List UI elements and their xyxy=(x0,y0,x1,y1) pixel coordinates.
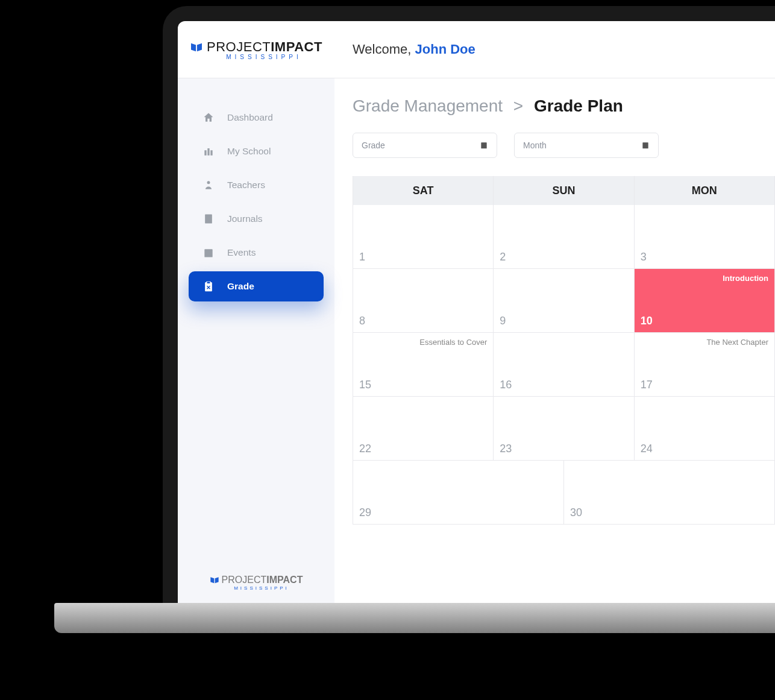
sidebar-item-events[interactable]: Events xyxy=(189,238,324,268)
school-icon xyxy=(202,145,215,158)
month-filter-label: Month xyxy=(523,140,547,150)
laptop-frame: PROJECTIMPACT MISSISSIPPI Welcome, John … xyxy=(163,6,775,609)
breadcrumb-parent[interactable]: Grade Management xyxy=(353,96,503,115)
calendar-day-cell[interactable]: 1 xyxy=(353,205,494,269)
day-header-sun: SUN xyxy=(494,176,634,205)
sidebar-item-grade[interactable]: Grade xyxy=(189,271,324,301)
calendar-day-number: 29 xyxy=(359,506,557,519)
calendar-day-cell[interactable]: 9 xyxy=(494,269,634,333)
welcome-prefix: Welcome, xyxy=(353,42,415,57)
calendar-day-number: 1 xyxy=(359,251,487,263)
calendar-event-label: Essentials to Cover xyxy=(359,338,487,347)
body: Dashboard My School Teachers xyxy=(178,78,775,609)
calendar-day-cell[interactable]: 23 xyxy=(494,397,634,461)
book-icon xyxy=(190,42,203,52)
grade-filter-label: Grade xyxy=(362,140,385,150)
breadcrumb: Grade Management > Grade Plan xyxy=(353,96,775,116)
topbar: PROJECTIMPACT MISSISSIPPI Welcome, John … xyxy=(178,21,775,78)
calendar-week-row: 89Introduction10 xyxy=(353,269,775,333)
sidebar-item-journals[interactable]: Journals xyxy=(189,204,324,234)
calendar-day-number: 10 xyxy=(641,315,768,327)
sidebar-item-label: Grade xyxy=(227,281,254,292)
sidebar-item-label: Journals xyxy=(227,213,263,224)
calendar-day-cell[interactable]: 22 xyxy=(353,397,494,461)
calendar-day-cell[interactable]: The Next Chapter17 xyxy=(635,333,775,397)
main-content: Grade Management > Grade Plan Grade Mont… xyxy=(334,78,775,609)
brand-part1: PROJECT xyxy=(207,39,271,54)
calendar-day-cell[interactable]: Introduction10 xyxy=(635,269,775,333)
book-icon xyxy=(210,576,219,584)
calendar-header: SAT SUN MON xyxy=(353,176,775,205)
sidebar-item-dashboard[interactable]: Dashboard xyxy=(189,102,324,133)
footer-brand-part1: PROJECT xyxy=(222,575,267,585)
grade-icon xyxy=(202,280,215,293)
calendar-day-number: 22 xyxy=(359,443,487,455)
footer-brand-part2: IMPACT xyxy=(266,575,303,585)
calendar-day-number: 2 xyxy=(500,251,627,263)
calendar-day-cell[interactable]: 2 xyxy=(494,205,634,269)
calendar: SAT SUN MON 12389Introduction10Essential… xyxy=(353,176,775,525)
filters: Grade Month xyxy=(353,133,775,158)
sidebar-item-teachers[interactable]: Teachers xyxy=(189,170,324,200)
sidebar-item-label: Teachers xyxy=(227,180,265,191)
calendar-day-number: 23 xyxy=(500,443,627,455)
calendar-day-number: 16 xyxy=(500,379,627,391)
calendar-week-row: 123 xyxy=(353,205,775,269)
calendar-icon xyxy=(641,141,650,150)
calendar-event-label: Introduction xyxy=(641,274,768,283)
calendar-day-cell[interactable]: 3 xyxy=(635,205,775,269)
events-icon xyxy=(202,246,215,259)
calendar-day-number: 9 xyxy=(500,315,627,327)
brand-logo: PROJECTIMPACT MISSISSIPPI xyxy=(178,39,334,60)
laptop-base xyxy=(54,603,775,633)
calendar-day-cell[interactable]: 24 xyxy=(635,397,775,461)
calendar-icon xyxy=(480,141,488,150)
calendar-day-number: 3 xyxy=(641,251,768,263)
sidebar-item-label: Dashboard xyxy=(227,112,273,123)
calendar-week-row: Essentials to Cover1516The Next Chapter1… xyxy=(353,333,775,397)
calendar-day-number: 24 xyxy=(641,443,768,455)
calendar-week-row: 222324 xyxy=(353,397,775,461)
calendar-day-cell[interactable]: 29 xyxy=(353,461,564,525)
sidebar-footer: PROJECTIMPACT MISSISSIPPI xyxy=(178,575,334,591)
calendar-day-number: 17 xyxy=(641,379,768,391)
sidebar-item-label: Events xyxy=(227,247,256,258)
calendar-body: 12389Introduction10Essentials to Cover15… xyxy=(353,205,775,525)
grade-filter[interactable]: Grade xyxy=(353,133,497,158)
sidebar-item-myschool[interactable]: My School xyxy=(189,136,324,166)
calendar-day-cell[interactable]: 16 xyxy=(494,333,634,397)
day-header-mon: MON xyxy=(635,176,775,205)
breadcrumb-separator: > xyxy=(513,96,523,115)
teacher-icon xyxy=(202,178,215,192)
sidebar-item-label: My School xyxy=(227,146,271,157)
calendar-day-number: 8 xyxy=(359,315,487,327)
app-screen: PROJECTIMPACT MISSISSIPPI Welcome, John … xyxy=(178,21,775,609)
brand-part2: IMPACT xyxy=(271,39,322,54)
breadcrumb-current: Grade Plan xyxy=(534,96,623,115)
svg-rect-0 xyxy=(206,282,212,291)
calendar-day-cell[interactable]: Essentials to Cover15 xyxy=(353,333,494,397)
calendar-day-number: 30 xyxy=(570,506,768,519)
calendar-week-row: 2930 xyxy=(353,461,775,525)
sidebar: Dashboard My School Teachers xyxy=(178,78,334,609)
calendar-day-cell[interactable]: 30 xyxy=(564,461,775,525)
footer-brand-subtitle: MISSISSIPPI xyxy=(234,585,289,591)
username: John Doe xyxy=(415,42,475,57)
brand-subtitle: MISSISSIPPI xyxy=(226,54,301,60)
day-header-sat: SAT xyxy=(353,176,494,205)
calendar-day-cell[interactable]: 8 xyxy=(353,269,494,333)
welcome-text: Welcome, John Doe xyxy=(334,42,475,57)
calendar-event-label: The Next Chapter xyxy=(641,338,768,347)
home-icon xyxy=(202,111,215,124)
journal-icon xyxy=(202,212,215,225)
month-filter[interactable]: Month xyxy=(514,133,659,158)
calendar-day-number: 15 xyxy=(359,379,487,391)
nav: Dashboard My School Teachers xyxy=(178,102,334,301)
